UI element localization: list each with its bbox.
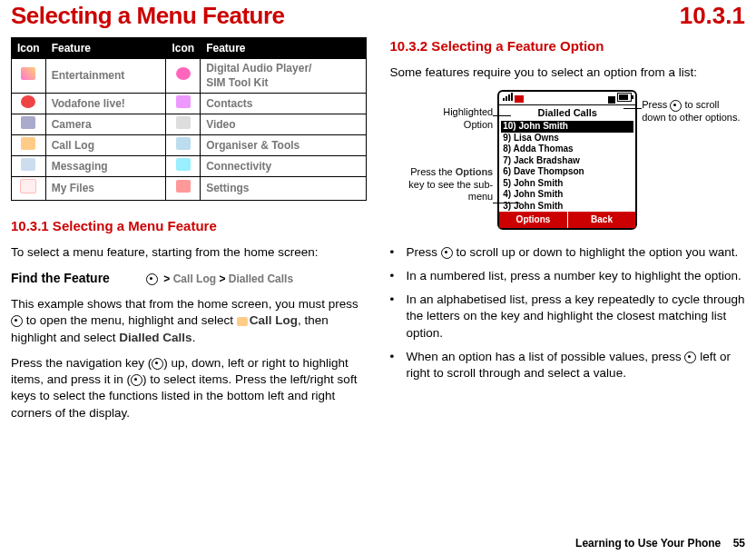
- phone-screen-title: Dialled Calls: [499, 105, 635, 121]
- cell-feature: Camera: [45, 114, 166, 134]
- arrow-line: [623, 108, 642, 109]
- softkey-back[interactable]: Back: [568, 212, 636, 228]
- bullet-dot-icon: [390, 292, 407, 342]
- call-log-tile-icon: [237, 317, 248, 326]
- bullet-dot-icon: [390, 244, 407, 261]
- subheading-10-3-2: 10.3.2 Selecting a Feature Option: [390, 37, 746, 55]
- entertainment-icon: [21, 67, 35, 80]
- table-row: My Files Settings: [12, 177, 367, 200]
- list-item[interactable]: 4) John Smith: [501, 189, 633, 201]
- phone-softkey-bar: Options Back: [499, 212, 635, 228]
- contacts-icon: [176, 95, 191, 108]
- signal-icon: [503, 93, 513, 101]
- camera-icon: [21, 116, 35, 129]
- annotation-scroll: Press to scroll down to other options.: [642, 99, 741, 124]
- cell-feature: Organiser & Tools: [201, 134, 366, 155]
- list-item[interactable]: 3) John Smith: [501, 201, 633, 213]
- carrier-icon: [515, 95, 524, 103]
- table-row: Camera Video: [12, 114, 367, 134]
- cell-feature: Entertainment: [45, 59, 166, 93]
- cell-feature: Settings: [201, 177, 366, 200]
- cell-feature: Video: [201, 114, 366, 134]
- intro-para: To select a menu feature, starting from …: [11, 244, 367, 261]
- footer-section: Learning to Use Your Phone: [575, 537, 721, 550]
- battery-icon: [617, 93, 632, 102]
- bold-options: Options: [456, 166, 494, 177]
- phone-screen: Dialled Calls 10) John Smith 9) Lisa Own…: [497, 90, 637, 229]
- nav-key-icon: [146, 273, 158, 285]
- table-row: Entertainment Digital Audio Player/ SIM …: [12, 59, 367, 93]
- list-item[interactable]: 8) Adda Thomas: [501, 144, 633, 155]
- list-item[interactable]: 5) John Smith: [501, 178, 633, 190]
- nav-key-icon: [131, 374, 142, 386]
- th-feature-1: Feature: [45, 38, 166, 59]
- messaging-icon: [21, 158, 35, 171]
- bullet-item: Press to scroll up or down to highlight …: [390, 244, 746, 261]
- bullet-item: In an alphabetised list, press a key rep…: [390, 292, 746, 342]
- subheading-10-3-1: 10.3.1 Selecting a Menu Feature: [11, 217, 367, 235]
- bullet-item: In a numbered list, press a number key t…: [390, 268, 746, 284]
- connectivity-icon: [176, 158, 191, 171]
- example-para: This example shows that from the home sc…: [11, 296, 367, 346]
- cell-feature: My Files: [45, 177, 166, 200]
- ftf-step-2: Dialled Calls: [229, 273, 293, 285]
- annotation-highlighted-option: Highlighted Option: [411, 106, 493, 130]
- cell-feature: Contacts: [201, 93, 366, 114]
- bold-dialled-calls: Dialled Calls: [119, 331, 191, 344]
- vodafone-icon: [21, 95, 35, 108]
- table-row: Vodafone live! Contacts: [12, 93, 367, 114]
- my-files-icon: [20, 179, 36, 193]
- annotation-options-key: Press the Options key to see the sub-men…: [393, 166, 493, 203]
- list-item[interactable]: 7) Jack Bradshaw: [501, 155, 633, 167]
- audio-player-icon: [176, 67, 191, 80]
- table-row: Messaging Connectivity: [12, 156, 367, 177]
- th-icon-1: Icon: [12, 38, 46, 59]
- cell-feature: Messaging: [45, 156, 166, 177]
- footer-page-number: 55: [733, 537, 745, 550]
- nav-key-icon: [684, 352, 696, 363]
- cell-feature: Digital Audio Player/ SIM Tool Kit: [201, 59, 366, 93]
- th-icon-2: Icon: [166, 38, 201, 59]
- nav-key-icon: [670, 100, 682, 112]
- arrow-line: [493, 115, 511, 116]
- cell-feature: Call Log: [45, 134, 166, 155]
- page-footer: Learning to Use Your Phone 55: [575, 537, 745, 550]
- th-feature-2: Feature: [201, 38, 366, 59]
- nav-instruction-para: Press the navigation key () up, down, le…: [11, 355, 367, 421]
- cell-feature: Vodafone live!: [45, 93, 166, 114]
- bold-call-log: Call Log: [250, 313, 298, 327]
- cell-feature: Connectivity: [201, 156, 366, 177]
- section-number: 10.3.1: [680, 2, 745, 30]
- ftf-path: > Call Log > Dialled Calls: [146, 273, 293, 285]
- right-column: 10.3.2 Selecting a Feature Option Some f…: [390, 37, 746, 431]
- softkey-options[interactable]: Options: [499, 212, 568, 228]
- right-intro: Some features require you to select an o…: [390, 64, 746, 81]
- list-item[interactable]: 6) Dave Thompson: [501, 166, 633, 178]
- bullet-dot-icon: [390, 349, 407, 382]
- bullet-item: When an option has a list of possible va…: [390, 349, 746, 382]
- call-log-icon: [21, 137, 35, 150]
- bullet-dot-icon: [390, 268, 407, 284]
- left-column: Icon Feature Icon Feature Entertainment …: [11, 37, 367, 431]
- video-icon: [176, 116, 191, 129]
- sound-icon: [608, 96, 615, 104]
- nav-key-icon: [441, 247, 453, 259]
- list-item[interactable]: 10) John Smith: [501, 121, 633, 133]
- nav-key-icon: [152, 358, 163, 370]
- nav-key-icon: [11, 315, 23, 327]
- ftf-step-1: Call Log: [173, 273, 216, 285]
- find-the-feature: Find the Feature > Call Log > Dialled Ca…: [11, 270, 367, 287]
- table-row: Call Log Organiser & Tools: [12, 134, 367, 155]
- organiser-icon: [176, 137, 191, 150]
- phone-list: 10) John Smith 9) Lisa Owns 8) Adda Thom…: [499, 121, 635, 212]
- arrow-line: [493, 203, 520, 203]
- icon-feature-table: Icon Feature Icon Feature Entertainment …: [11, 37, 367, 201]
- list-item[interactable]: 9) Lisa Owns: [501, 133, 633, 144]
- ftf-label: Find the Feature: [11, 271, 110, 285]
- settings-icon: [176, 180, 191, 193]
- phone-diagram: Highlighted Option Press the Options key…: [390, 90, 746, 229]
- page-title: Selecting a Menu Feature: [11, 2, 285, 30]
- phone-status-bar: [499, 92, 635, 105]
